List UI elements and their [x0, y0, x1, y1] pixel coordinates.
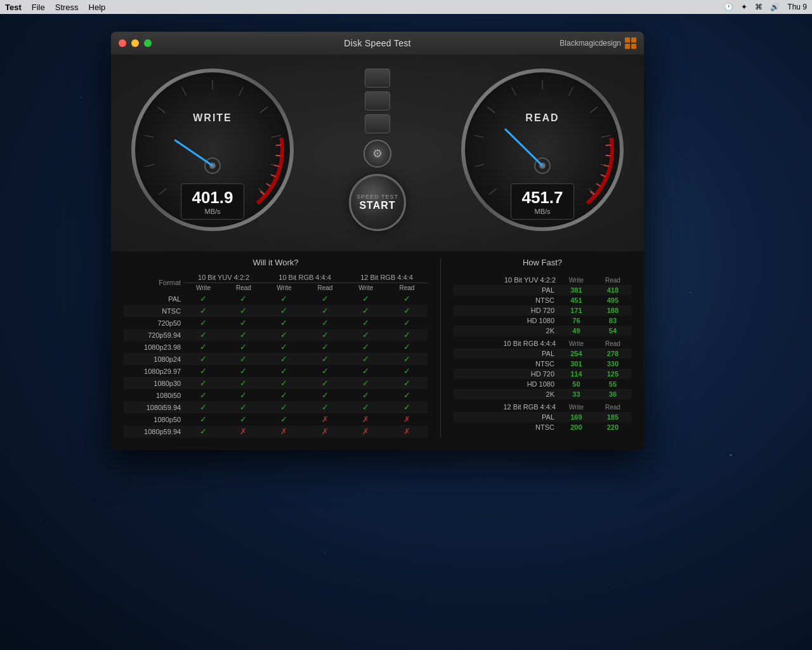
write-col-2: Write: [264, 283, 304, 293]
checkmark-icon: ✓: [403, 342, 410, 352]
check-cell: ✓: [304, 293, 346, 305]
speed-row: HD 720 171 188: [454, 305, 631, 315]
check-cell: ✓: [264, 329, 304, 341]
cross-icon: ✗: [322, 427, 329, 436]
maximize-button[interactable]: [144, 39, 152, 47]
checkmark-icon: ✓: [362, 318, 369, 328]
check-cell: ✓: [183, 389, 223, 401]
checkmark-icon: ✓: [240, 390, 247, 400]
table-row: 1080p30✓✓✓✓✓✓: [124, 377, 428, 389]
menu-stress[interactable]: Stress: [55, 3, 79, 12]
format-btn-1[interactable]: [365, 69, 390, 88]
check-cell: ✓: [183, 377, 223, 389]
speed-label: HD 1080: [454, 315, 558, 326]
check-cell: ✓: [346, 329, 386, 341]
checkmark-icon: ✓: [200, 402, 207, 412]
menu-test[interactable]: Test: [5, 3, 22, 12]
checkmark-icon: ✓: [362, 390, 369, 400]
results-section: Will it Work? Format 10 Bit YUV 4:2:2 10…: [111, 251, 644, 450]
checkmark-icon: ✓: [280, 318, 287, 328]
checkmark-icon: ✓: [322, 354, 329, 364]
speed-group-header: 12 Bit RGB 4:4:4 Write Read: [454, 399, 631, 412]
checkmark-icon: ✓: [200, 378, 207, 388]
results-columns: Will it Work? Format 10 Bit YUV 4:2:2 10…: [124, 258, 631, 437]
check-cell: ✓: [386, 401, 428, 413]
gauge-section: WRITE 401.9 MB/s ⚙ SPEED TEST: [111, 55, 644, 251]
checkmark-icon: ✓: [403, 330, 410, 340]
speed-group-name: 10 Bit YUV 4:2:2: [454, 272, 558, 285]
checkmark-icon: ✓: [403, 366, 410, 376]
check-cell: ✗: [346, 425, 386, 437]
checkmark-icon: ✓: [322, 366, 329, 376]
check-cell: ✗: [304, 413, 346, 425]
minimize-button[interactable]: [131, 39, 139, 47]
speed-write: 200: [558, 422, 594, 432]
speed-label: 2K: [454, 326, 558, 336]
check-cell: ✓: [223, 401, 264, 413]
write-col-3: Write: [346, 283, 386, 293]
check-cell: ✓: [183, 365, 223, 377]
speed-label: NTSC: [454, 295, 558, 305]
speed-row: PAL 169 185: [454, 412, 631, 422]
cross-icon: ✗: [403, 415, 410, 424]
speed-row: PAL 254 278: [454, 348, 631, 359]
checkmark-icon: ✓: [403, 402, 410, 412]
check-cell: ✓: [183, 341, 223, 353]
write-value-box: 401.9 MB/s: [181, 183, 244, 220]
check-cell: ✓: [346, 353, 386, 365]
cross-icon: ✗: [280, 427, 287, 436]
checkmark-icon: ✓: [322, 378, 329, 388]
checkmark-icon: ✓: [280, 390, 287, 400]
cross-icon: ✗: [362, 415, 369, 424]
menu-help[interactable]: Help: [89, 3, 106, 12]
check-cell: ✓: [304, 341, 346, 353]
checkmark-icon: ✓: [240, 378, 247, 388]
speed-row: HD 1080 50 55: [454, 379, 631, 389]
checkmark-icon: ✓: [322, 402, 329, 412]
checkmark-icon: ✓: [362, 294, 369, 303]
window-title: Disk Speed Test: [344, 38, 410, 48]
table-row: 720p50✓✓✓✓✓✓: [124, 317, 428, 329]
speed-label: PAL: [454, 412, 558, 422]
check-cell: ✓: [264, 401, 304, 413]
checkmark-icon: ✓: [322, 294, 329, 303]
format-name-cell: 1080i50: [124, 389, 183, 401]
menu-file[interactable]: File: [32, 3, 45, 12]
checkmark-icon: ✓: [362, 306, 369, 315]
check-cell: ✓: [223, 329, 264, 341]
check-cell: ✓: [183, 329, 223, 341]
check-cell: ✓: [264, 293, 304, 305]
check-cell: ✓: [223, 293, 264, 305]
gear-button[interactable]: ⚙: [363, 140, 391, 168]
check-cell: ✓: [223, 377, 264, 389]
check-cell: ✓: [264, 389, 304, 401]
close-button[interactable]: [119, 39, 126, 47]
check-cell: ✓: [183, 305, 223, 317]
format-name-cell: 720p59.94: [124, 329, 183, 341]
check-cell: ✓: [304, 389, 346, 401]
checkmark-icon: ✓: [280, 415, 287, 424]
check-cell: ✓: [386, 341, 428, 353]
menu-bar: Test File Stress Help 🕐 ✦ ⌘ 🔊 Thu 9: [0, 0, 812, 14]
write-col-header: Write: [558, 336, 594, 348]
format-btn-3[interactable]: [365, 114, 390, 133]
format-buttons: [365, 69, 390, 133]
format-name-cell: 1080p59.94: [124, 425, 183, 437]
format-btn-2[interactable]: [365, 91, 390, 110]
start-button[interactable]: SPEED TEST START: [349, 174, 406, 231]
check-cell: ✓: [264, 317, 304, 329]
center-controls: ⚙ SPEED TEST START: [349, 69, 406, 231]
speed-write: 169: [558, 412, 594, 422]
speed-read: 55: [594, 379, 631, 389]
check-cell: ✓: [346, 293, 386, 305]
format-name-cell: 1080p30: [124, 377, 183, 389]
speed-read: 220: [594, 422, 631, 432]
format-name-cell: 1080p50: [124, 413, 183, 425]
speed-write: 49: [558, 326, 594, 336]
check-cell: ✓: [183, 353, 223, 365]
table-row: NTSC✓✓✓✓✓✓: [124, 305, 428, 317]
check-cell: ✓: [223, 389, 264, 401]
speed-label: 2K: [454, 389, 558, 399]
speed-label: HD 720: [454, 369, 558, 379]
will-it-work-panel: Will it Work? Format 10 Bit YUV 4:2:2 10…: [124, 258, 441, 437]
